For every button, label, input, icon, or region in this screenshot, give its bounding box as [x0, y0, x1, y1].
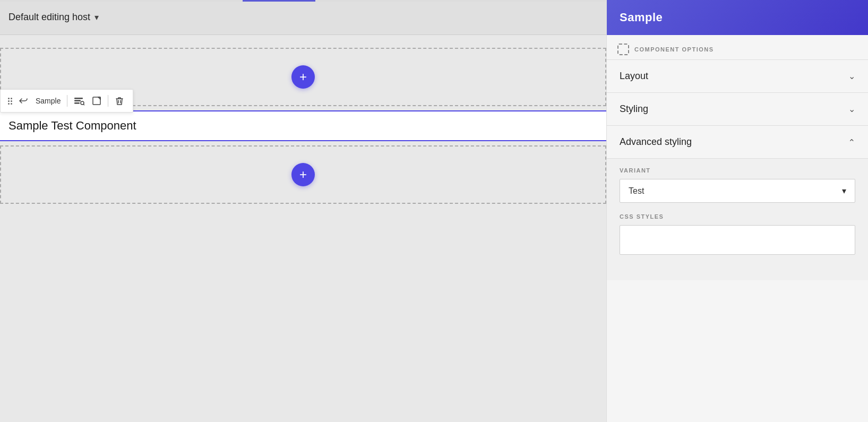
toolbar-divider [67, 95, 67, 107]
component-text[interactable]: Sample Test Component [0, 111, 606, 140]
advanced-styling-accordion-header[interactable]: Advanced styling ⌄ [607, 126, 868, 158]
drag-dots-row-1 [8, 98, 12, 99]
drag-dot [8, 98, 10, 99]
panel-header-title: Sample [620, 11, 663, 24]
panel-header: Sample [607, 0, 868, 35]
css-styles-label: CSS STYLES [620, 213, 855, 220]
editing-host-title[interactable]: Default editing host ▾ [8, 12, 99, 23]
advanced-styling-accordion: Advanced styling ⌄ VARIANT Test ▾ CSS ST… [607, 125, 868, 280]
top-add-icon: + [299, 71, 307, 83]
canvas-area: + [0, 35, 606, 422]
bottom-add-icon: + [299, 168, 307, 181]
advanced-styling-title: Advanced styling [620, 136, 692, 148]
right-panel: Sample COMPONENT OPTIONS Layout ⌄ Stylin… [606, 0, 868, 422]
component-options-label: COMPONENT OPTIONS [634, 46, 714, 53]
component-options-icon [617, 44, 629, 55]
drag-dots-row-3 [8, 103, 12, 105]
component-toolbar: Sample [0, 89, 133, 113]
editing-host-label: Default editing host [8, 12, 90, 23]
search-button[interactable] [71, 94, 88, 108]
editing-host-chevron: ▾ [94, 12, 99, 22]
bottom-add-button[interactable]: + [291, 163, 315, 186]
search-icon [74, 96, 84, 106]
svg-rect-0 [74, 98, 83, 99]
drag-dot [11, 98, 12, 99]
component-options-section: COMPONENT OPTIONS [607, 35, 868, 59]
drag-dot [11, 103, 12, 105]
layout-accordion-header[interactable]: Layout ⌄ [607, 60, 868, 92]
drag-dots-row-2 [8, 100, 12, 102]
bottom-drop-zone: + [0, 145, 606, 204]
layout-accordion-title: Layout [620, 71, 648, 82]
variant-chevron-icon: ▾ [842, 186, 846, 196]
delete-icon [115, 96, 124, 106]
variant-select[interactable]: Test ▾ [620, 179, 855, 203]
progress-bar [0, 0, 606, 2]
advanced-styling-content: VARIANT Test ▾ CSS STYLES [607, 158, 868, 280]
drag-handle[interactable] [6, 98, 14, 105]
variant-value: Test [629, 186, 644, 196]
drag-dot [8, 103, 10, 105]
advanced-styling-chevron-icon: ⌄ [848, 137, 855, 147]
drag-dot [11, 100, 12, 102]
top-add-button[interactable]: + [291, 65, 315, 89]
back-icon [19, 96, 28, 106]
canvas-wrapper: + [0, 39, 606, 212]
svg-line-4 [84, 105, 85, 106]
component-toolbar-label: Sample [32, 97, 64, 105]
css-styles-input[interactable] [620, 225, 855, 255]
top-bar: Default editing host ▾ [0, 0, 606, 35]
drag-dot [8, 100, 10, 102]
edit-button[interactable] [89, 94, 105, 108]
back-button[interactable] [15, 94, 31, 108]
css-styles-field-group: CSS STYLES [620, 213, 855, 257]
styling-chevron-icon: ⌄ [848, 104, 855, 114]
delete-button[interactable] [111, 94, 127, 108]
svg-rect-1 [74, 100, 81, 102]
toolbar-divider-2 [108, 95, 108, 107]
layout-accordion: Layout ⌄ [607, 59, 868, 92]
layout-chevron-icon: ⌄ [848, 71, 855, 81]
styling-accordion: Styling ⌄ [607, 92, 868, 125]
variant-field-group: VARIANT Test ▾ [620, 167, 855, 203]
variant-label: VARIANT [620, 167, 855, 174]
styling-accordion-header[interactable]: Styling ⌄ [607, 93, 868, 125]
styling-accordion-title: Styling [620, 104, 648, 115]
component-row: Sample [0, 110, 606, 141]
svg-rect-2 [74, 102, 80, 104]
edit-icon [92, 96, 101, 106]
main-canvas-area: Default editing host ▾ + [0, 0, 606, 422]
